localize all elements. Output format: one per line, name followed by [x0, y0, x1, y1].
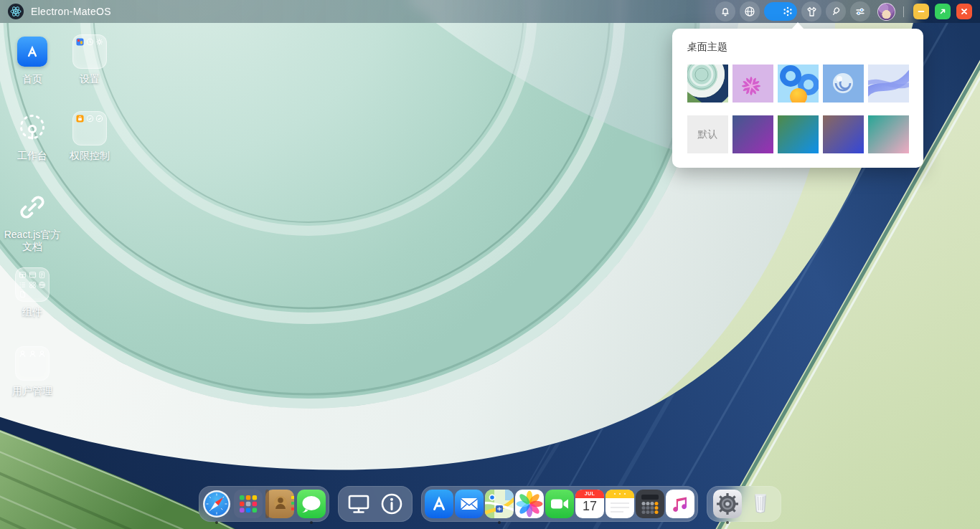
running-indicator	[310, 521, 313, 524]
app-store-icon	[17, 37, 47, 67]
maps-icon	[485, 490, 514, 518]
contacts-icon	[265, 490, 294, 518]
language-button[interactable]	[740, 1, 760, 22]
user-icon	[29, 350, 37, 358]
dock-maps[interactable]	[485, 490, 514, 518]
wallpaper-thumb-purple-flower[interactable]	[732, 65, 773, 103]
dock-calculator[interactable]	[636, 490, 664, 518]
list-icon	[19, 281, 27, 289]
wallpaper-thumb-blue-swirl-ball[interactable]	[823, 65, 864, 103]
clock-icon	[86, 38, 94, 46]
theme-button[interactable]	[801, 1, 821, 22]
theme-swatch-green-blue[interactable]	[778, 115, 819, 153]
dock: JUL 17	[0, 486, 980, 522]
dock-system-settings[interactable]	[713, 490, 742, 518]
photos-icon	[515, 490, 544, 518]
desktop-icon-label: 用户管理	[12, 385, 52, 397]
desktop-icon-permissions-folder[interactable]: 权限控制	[61, 110, 118, 162]
user-icon	[38, 350, 46, 358]
popup-arrow	[791, 22, 804, 29]
dock-mail[interactable]	[455, 490, 484, 518]
theme-popup: 桌面主题	[672, 29, 923, 168]
desktop-icon-label: 首页	[22, 73, 42, 85]
dock-photos[interactable]	[515, 490, 544, 518]
snowflake-effects-icon	[782, 6, 793, 17]
theme-swatch-blue-purple[interactable]	[732, 115, 773, 153]
desktop-icon-react-docs[interactable]: React.js官方文档	[4, 189, 61, 252]
menubar-divider	[903, 6, 904, 17]
dock-launchpad[interactable]	[234, 490, 263, 518]
folder-icon	[15, 346, 50, 381]
dock-app-store[interactable]	[425, 490, 453, 518]
dock-notes[interactable]	[606, 490, 634, 518]
desktop-icon-home[interactable]: 首页	[4, 33, 61, 85]
facetime-icon	[545, 490, 574, 518]
effects-toggle[interactable]	[764, 2, 797, 21]
shirt-theme-icon	[806, 6, 818, 18]
default-swatch-label: 默认	[698, 128, 718, 141]
app-logo	[8, 4, 24, 19]
popup-title: 桌面主题	[687, 41, 908, 54]
desktop-icon-label: 设置	[80, 73, 100, 85]
doc-icon	[38, 271, 46, 279]
maximize-button[interactable]	[935, 4, 951, 19]
dock-group-3: JUL 17	[421, 486, 698, 522]
close-button[interactable]	[956, 4, 972, 19]
globe-icon	[38, 281, 46, 289]
dock-messages[interactable]	[297, 490, 326, 518]
permission-app-icon	[76, 115, 84, 123]
settings-sliders-button[interactable]	[850, 1, 870, 22]
table-icon	[19, 271, 27, 279]
app-store-icon	[425, 490, 453, 518]
dock-group-1	[199, 486, 329, 522]
desktop-icon-components-folder[interactable]: 组件	[4, 266, 61, 318]
wallpaper-thumbnails	[687, 65, 908, 103]
desktop-icon-label: 权限控制	[70, 150, 110, 162]
wallpaper-thumb-mate-green-ripple[interactable]	[687, 65, 728, 103]
theme-swatch-default[interactable]: 默认	[687, 115, 728, 153]
dock-info[interactable]	[377, 490, 406, 518]
sliders-icon	[854, 6, 866, 17]
desktop-icon-label: 组件	[22, 306, 42, 318]
gear-icon	[95, 38, 103, 46]
dock-calendar[interactable]: JUL 17	[575, 490, 604, 518]
dock-trash[interactable]	[746, 490, 775, 518]
wallpaper-thumb-blue-ribbons[interactable]	[868, 65, 909, 103]
minimize-button[interactable]	[913, 4, 929, 19]
dock-safari[interactable]	[202, 490, 231, 518]
dock-group-4	[707, 486, 781, 522]
user-avatar[interactable]	[877, 3, 895, 21]
calendar-month: JUL	[575, 491, 604, 496]
dock-contacts[interactable]	[265, 490, 294, 518]
mail-icon	[455, 490, 484, 518]
minus-icon	[917, 7, 925, 16]
calculator-icon	[636, 490, 664, 518]
display-icon	[344, 490, 373, 518]
solid-theme-swatches: 默认	[687, 115, 908, 153]
desktop-icon-users-folder[interactable]: 用户管理	[4, 345, 61, 397]
check-circle-icon	[95, 115, 103, 123]
wallpaper-thumb-blue-rings-orange[interactable]	[778, 65, 819, 103]
pin-button[interactable]	[826, 1, 846, 22]
user-icon	[19, 350, 27, 358]
calendar-day: 17	[575, 499, 604, 514]
dock-facetime[interactable]	[545, 490, 574, 518]
pin-icon	[830, 6, 842, 17]
expand-arrow-icon	[938, 7, 947, 16]
card-icon	[29, 271, 37, 279]
running-indicator	[498, 521, 501, 524]
launchpad-icon	[234, 490, 263, 518]
theme-swatch-brown-blue[interactable]	[823, 115, 864, 153]
dock-music[interactable]	[666, 490, 694, 518]
desktop-icon-workbench[interactable]: 工作台	[4, 110, 61, 162]
running-indicator	[215, 521, 218, 524]
messages-icon	[297, 490, 326, 518]
dock-display[interactable]	[344, 490, 373, 518]
running-indicator	[726, 521, 729, 524]
bell-icon	[720, 6, 731, 17]
notifications-button[interactable]	[715, 1, 735, 22]
desktop-icon-settings-folder[interactable]: 设置	[61, 33, 118, 85]
theme-swatch-teal-pink[interactable]	[868, 115, 909, 153]
system-settings-icon	[713, 490, 742, 518]
trash-icon	[746, 490, 775, 518]
